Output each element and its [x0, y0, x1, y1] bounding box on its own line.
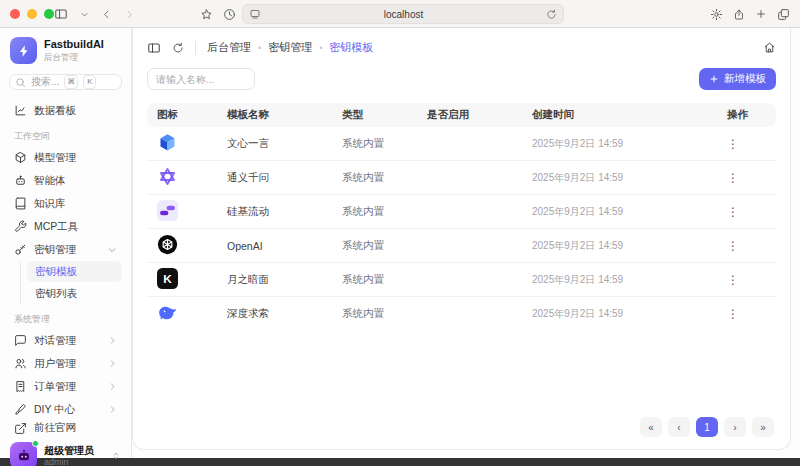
row-actions-icon[interactable]: ⋮	[727, 307, 739, 321]
avatar	[10, 442, 37, 466]
user-menu[interactable]: 超级管理员 admin	[9, 435, 122, 466]
sidebar-item-keys[interactable]: 密钥管理	[9, 238, 122, 261]
user-name: 超级管理员	[44, 445, 94, 456]
collapse-sidebar-icon[interactable]	[147, 41, 161, 55]
kimi-logo-icon: K	[157, 268, 178, 289]
zoom-window-button[interactable]	[44, 9, 54, 19]
table-row: 通义千问系统内置2025年9月2日 14:59⋮	[147, 161, 776, 195]
breadcrumb-item[interactable]: 密钥模板	[329, 40, 373, 55]
sidebar-item-knowledge[interactable]: 知识库	[9, 192, 122, 215]
wrench-icon	[14, 220, 27, 233]
name-filter-input[interactable]	[147, 68, 255, 90]
extensions-icon[interactable]	[710, 8, 723, 21]
add-template-label: 新增模板	[724, 72, 766, 86]
sidebar-item-label: 知识库	[34, 197, 66, 211]
created-at: 2025年9月2日 14:59	[532, 205, 727, 219]
row-actions-icon[interactable]: ⋮	[727, 273, 739, 287]
user-role: admin	[44, 457, 94, 466]
bookmark-star-icon[interactable]	[200, 8, 213, 21]
add-template-button[interactable]: 新增模板	[699, 68, 776, 90]
table-row: 深度求索系统内置2025年9月2日 14:59⋮	[147, 297, 776, 331]
browser-sidebar-icon[interactable]	[54, 7, 68, 21]
deepseek-logo-icon	[157, 303, 178, 324]
logo-bolt-icon	[10, 37, 37, 64]
created-at: 2025年9月2日 14:59	[532, 307, 727, 321]
sidebar-item-key-templates[interactable]: 密钥模板	[27, 261, 122, 282]
sidebar-item-diy[interactable]: DIY 中心	[9, 398, 122, 421]
last-page-button[interactable]: »	[752, 417, 774, 437]
prev-page-button[interactable]: ‹	[668, 417, 690, 437]
reader-icon[interactable]	[249, 8, 261, 20]
sidebar-item-models[interactable]: 模型管理	[9, 146, 122, 169]
tongyi-logo-icon	[157, 166, 178, 187]
sidebar-item-users[interactable]: 用户管理	[9, 352, 122, 375]
chevron-right-icon	[108, 405, 117, 414]
sidebar-item-label: 数据看板	[34, 104, 76, 118]
share-icon[interactable]	[733, 8, 745, 21]
app-subtitle: 后台管理	[44, 52, 104, 64]
created-at: 2025年9月2日 14:59	[532, 273, 727, 287]
address-bar[interactable]: localhost	[242, 4, 564, 24]
history-clock-icon[interactable]	[223, 8, 236, 21]
page-button[interactable]: 1	[696, 417, 718, 437]
sidebar-item-orders[interactable]: 订单管理	[9, 375, 122, 398]
tab-overview-icon[interactable]	[777, 8, 790, 21]
back-icon[interactable]	[101, 9, 112, 20]
sidebar-search-input[interactable]: 搜索... ⌘ K	[9, 74, 122, 90]
users-icon	[14, 357, 27, 370]
refresh-icon[interactable]	[172, 42, 184, 54]
silicon-logo-icon	[157, 200, 178, 221]
browser-chrome: localhost	[0, 0, 800, 28]
templates-table: 图标模板名称类型是否启用创建时间操作 文心一言系统内置2025年9月2日 14:…	[147, 103, 776, 331]
sidebar-item-agents[interactable]: 智能体	[9, 169, 122, 192]
sidebar-item-label: 模型管理	[34, 151, 76, 165]
row-actions-icon[interactable]: ⋮	[727, 239, 739, 253]
home-icon[interactable]	[763, 41, 776, 54]
box-icon	[14, 151, 27, 164]
sidebar-item-dashboard[interactable]: 数据看板	[9, 99, 122, 122]
template-name: 通义千问	[227, 171, 342, 185]
chevron-down-icon	[107, 245, 117, 255]
new-tab-icon[interactable]	[755, 8, 767, 20]
sidebar-item-label: 订单管理	[34, 380, 76, 394]
sidebar-item-mcp-tools[interactable]: MCP工具	[9, 215, 122, 238]
nav-section-label: 系统管理	[9, 305, 122, 329]
search-placeholder: 搜索...	[31, 75, 59, 89]
search-icon	[15, 77, 26, 88]
close-window-button[interactable]	[10, 9, 20, 19]
forward-icon[interactable]	[124, 9, 135, 20]
window-controls	[10, 9, 54, 19]
breadcrumb-item[interactable]: 后台管理	[207, 40, 251, 55]
nav-section-label: 工作空间	[9, 122, 122, 146]
chevron-updown-icon	[111, 451, 121, 461]
sidebar-item-website[interactable]: 前往官网	[9, 421, 122, 435]
breadcrumb-separator: •	[258, 43, 261, 53]
wenxin-logo-icon	[157, 132, 178, 153]
row-actions-icon[interactable]: ⋮	[727, 137, 739, 151]
sidebar: FastbuildAI 后台管理 搜索... ⌘ K 数据看板工作空间模型管理智…	[0, 28, 132, 458]
sidebar-item-label: MCP工具	[34, 220, 78, 234]
sidebar-nav: 数据看板工作空间模型管理智能体知识库MCP工具密钥管理密钥模板密钥列表系统管理对…	[9, 99, 122, 421]
sidebar-item-key-list[interactable]: 密钥列表	[27, 283, 122, 304]
sidebar-item-label: 密钥管理	[34, 243, 76, 257]
row-actions-icon[interactable]: ⋮	[727, 171, 739, 185]
template-name: 月之暗面	[227, 273, 342, 287]
external-link-icon	[14, 422, 27, 435]
app-logo[interactable]: FastbuildAI 后台管理	[9, 35, 122, 74]
first-page-button[interactable]: «	[640, 417, 662, 437]
chevron-down-icon[interactable]	[80, 10, 89, 19]
row-actions-icon[interactable]: ⋮	[727, 205, 739, 219]
next-page-button[interactable]: ›	[724, 417, 746, 437]
breadcrumb-item[interactable]: 密钥管理	[268, 40, 312, 55]
reload-icon[interactable]	[546, 9, 557, 20]
kbd-k: K	[83, 75, 96, 89]
created-at: 2025年9月2日 14:59	[532, 239, 727, 253]
column-header: 类型	[342, 108, 427, 122]
sidebar-item-label: 用户管理	[34, 357, 76, 371]
sidebar-item-chats[interactable]: 对话管理	[9, 329, 122, 352]
column-header: 操作	[727, 108, 766, 122]
template-name: 深度求索	[227, 307, 342, 321]
address-url[interactable]: localhost	[261, 9, 546, 20]
minimize-window-button[interactable]	[27, 9, 37, 19]
chevron-right-icon	[108, 336, 117, 345]
